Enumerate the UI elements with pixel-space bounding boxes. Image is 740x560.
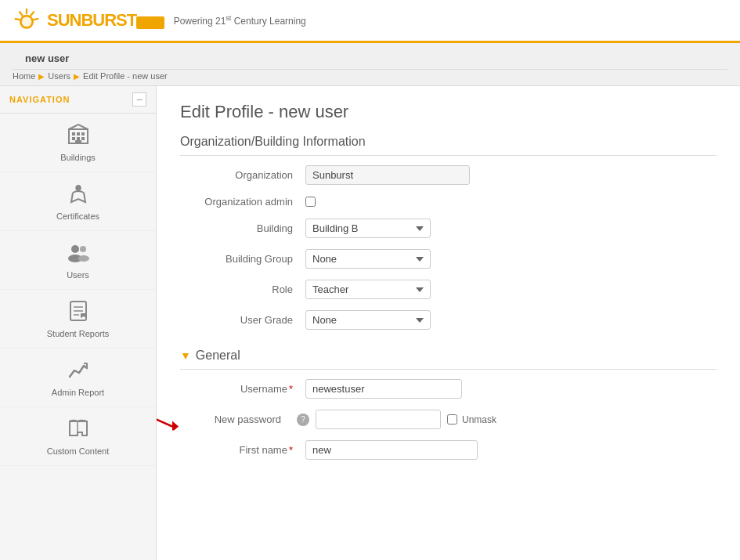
nav-label: NAVIGATION	[9, 95, 70, 104]
org-admin-label: Organization admin	[180, 196, 305, 208]
svg-rect-8	[72, 132, 75, 135]
breadcrumb-arrow-2: ▶	[74, 72, 80, 81]
breadcrumb-current: Edit Profile - new user	[83, 71, 168, 81]
first-name-input[interactable]	[305, 440, 478, 460]
new-password-row: New password ? Unmask	[180, 410, 717, 429]
breadcrumb: Home ▶ Users ▶ Edit Profile - new user	[13, 71, 727, 81]
svg-rect-11	[72, 137, 75, 140]
svg-line-2	[31, 12, 34, 16]
building-row: Building Building B Building A Building …	[180, 219, 717, 238]
student-reports-icon	[67, 299, 90, 326]
svg-point-19	[78, 255, 89, 262]
new-password-label: New password	[180, 414, 294, 425]
breadcrumb-arrow-1: ▶	[38, 72, 45, 81]
sidebar-collapse-button[interactable]: −	[132, 92, 146, 107]
building-label: Building	[180, 222, 305, 234]
building-group-label: Building Group	[180, 253, 305, 265]
general-section-toggle[interactable]: ▼ General	[180, 349, 717, 370]
sidebar-users-label: Users	[67, 270, 89, 280]
custom-content-icon	[67, 417, 90, 443]
sidebar-student-reports-label: Student Reports	[47, 329, 110, 338]
org-admin-checkbox[interactable]	[305, 197, 316, 207]
svg-rect-13	[81, 137, 85, 140]
svg-point-6	[22, 17, 32, 27]
building-group-row: Building Group None Group 1 Group 2	[180, 249, 717, 269]
user-grade-label: User Grade	[180, 314, 305, 326]
sidebar-custom-content-label: Custom Content	[47, 446, 109, 456]
username-row: Username	[180, 379, 717, 399]
first-name-row: First name	[180, 440, 717, 460]
username-input[interactable]	[305, 379, 462, 399]
svg-rect-12	[77, 137, 80, 140]
sidebar-item-custom-content[interactable]: Custom Content	[0, 407, 156, 466]
sidebar-certificates-label: Certificates	[56, 211, 99, 221]
svg-line-4	[20, 12, 23, 16]
password-label-group: New password ?	[180, 414, 309, 426]
svg-marker-15	[69, 125, 88, 129]
org-section-title: Organization/Building Information	[180, 135, 717, 156]
header: SUNBURSTdigital Powering 21st Century Le…	[0, 0, 740, 43]
organization-input[interactable]	[305, 165, 470, 185]
logo-digital-badge: digital	[136, 16, 164, 29]
role-label: Role	[180, 284, 305, 295]
sidebar-item-admin-report[interactable]: Admin Report	[0, 349, 156, 407]
admin-report-icon	[67, 358, 90, 385]
page-title: Edit Profile - new user	[180, 102, 717, 122]
org-building-section: Organization/Building Information Organi…	[180, 135, 717, 330]
logo-tagline: Powering 21st Century Learning	[174, 14, 306, 27]
help-icon[interactable]: ?	[297, 414, 309, 426]
user-title: new user	[13, 48, 727, 70]
username-label: Username	[180, 383, 305, 395]
logo-text: SUNBURSTdigital	[47, 10, 164, 31]
user-grade-row: User Grade None K 1 2 3	[180, 310, 717, 330]
content-area: Edit Profile - new user Organization/Bui…	[157, 86, 740, 560]
building-select[interactable]: Building B Building A Building C	[305, 219, 431, 238]
role-row: Role Student Teacher Admin	[180, 280, 717, 299]
sidebar-admin-report-label: Admin Report	[52, 388, 104, 397]
role-select[interactable]: Student Teacher Admin	[305, 280, 431, 299]
logo-sunburst: SUNBURSTdigital	[47, 10, 164, 30]
sidebar-item-student-reports[interactable]: Student Reports	[0, 290, 156, 349]
new-password-input[interactable]	[316, 410, 441, 429]
main-layout: NAVIGATION − Buildings	[0, 86, 740, 560]
sidebar-item-certificates[interactable]: Certificates	[0, 172, 156, 231]
svg-line-5	[16, 19, 20, 20]
building-group-select[interactable]: None Group 1 Group 2	[305, 249, 431, 269]
sidebar-header: NAVIGATION −	[0, 86, 156, 114]
organization-label: Organization	[180, 169, 305, 181]
sidebar: NAVIGATION − Buildings	[0, 86, 157, 560]
unmask-row: Unmask	[447, 414, 496, 425]
breadcrumb-users[interactable]: Users	[48, 71, 70, 81]
users-icon	[67, 240, 90, 267]
general-section-title: General	[196, 349, 240, 363]
collapse-arrow-icon: ▼	[180, 349, 191, 362]
buildings-icon	[67, 123, 90, 150]
svg-rect-9	[77, 132, 80, 135]
sidebar-item-buildings[interactable]: Buildings	[0, 114, 156, 172]
breadcrumb-home[interactable]: Home	[13, 71, 35, 81]
certificates-icon	[67, 182, 90, 208]
svg-point-16	[71, 245, 79, 253]
unmask-label: Unmask	[462, 414, 496, 425]
svg-line-3	[34, 19, 38, 20]
svg-rect-10	[81, 132, 85, 135]
organization-row: Organization	[180, 165, 717, 185]
svg-line-25	[157, 410, 172, 426]
svg-point-17	[80, 246, 86, 252]
sun-logo-icon	[13, 6, 41, 34]
first-name-label: First name	[180, 444, 305, 456]
user-grade-select[interactable]: None K 1 2 3	[305, 310, 431, 330]
org-admin-row: Organization admin	[180, 196, 717, 208]
logo-area: SUNBURSTdigital Powering 21st Century Le…	[13, 6, 306, 34]
general-section: ▼ General Username New password	[180, 349, 717, 460]
sidebar-item-users[interactable]: Users	[0, 231, 156, 290]
sidebar-buildings-label: Buildings	[60, 153, 96, 162]
svg-rect-14	[75, 140, 81, 143]
breadcrumb-bar: new user Home ▶ Users ▶ Edit Profile - n…	[0, 43, 740, 86]
red-arrow-indicator	[157, 406, 180, 432]
unmask-checkbox[interactable]	[447, 414, 457, 425]
svg-marker-26	[172, 421, 179, 430]
